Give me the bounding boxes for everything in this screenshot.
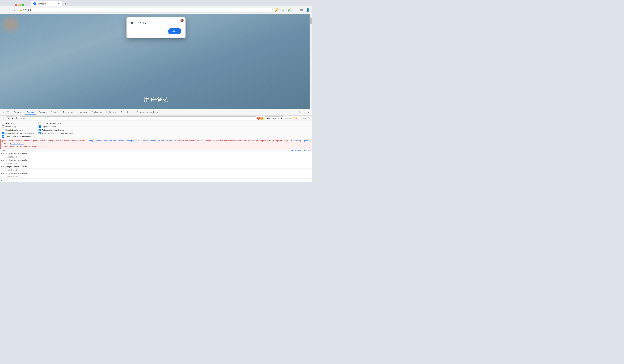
console-output[interactable]: ⊗ Failed to find a valid digest in the '… [0, 139, 312, 182]
tab-network[interactable]: Network [49, 110, 61, 114]
option-hide-network[interactable]: Hide network [2, 122, 35, 124]
sidebar-icon[interactable]: ▦ [299, 7, 304, 13]
browser-menu-icon[interactable]: ⋮ [293, 7, 298, 13]
console-row-4: ► alert(document.cookie); [0, 172, 312, 175]
console-row-3: ► alert(document.cookie); [0, 165, 312, 169]
console-result-4: ← undefined [0, 175, 312, 179]
console-icon[interactable]: ☰ [6, 110, 10, 114]
preserve-log-checkbox[interactable] [2, 126, 4, 128]
error-location-link[interactable]: 127.0.0.1/:1 [10, 143, 24, 145]
issues-label: 5 Issues: [285, 117, 292, 119]
option-selected-context[interactable]: Selected context only [2, 129, 35, 131]
option-treat-code-eval[interactable]: Treat code evaluation as user action [39, 132, 73, 134]
tab-title: 用户登录 [37, 2, 47, 5]
devtools-more-icon[interactable]: ⋮ [302, 110, 306, 114]
root-location[interactable]: record-api.js:169 [290, 149, 311, 152]
console-row-2: ► alert(document.cookie); [0, 159, 312, 162]
console-toolbar: ⊘ top 👁 1 5 Default levels ▼ 5 Issues: [0, 116, 312, 121]
show-cors-checkbox[interactable] [2, 135, 4, 138]
error-file-location[interactable]: record-api.js:169 [290, 139, 311, 142]
error-blocked-text: The resource has been blocked. [4, 146, 39, 148]
root-text: root [1, 149, 6, 152]
console-settings-icon[interactable]: ⚙ [307, 116, 311, 120]
alert-ok-button[interactable]: 确定 [168, 28, 181, 34]
tab-elements[interactable]: Elements [11, 110, 24, 114]
prompt-2: ► [1, 159, 3, 161]
tab-application[interactable]: Application [90, 110, 104, 114]
console-root-row: root record-api.js:169 [0, 149, 312, 152]
console-prompt-icon: ► [1, 179, 3, 181]
devtools-close-icon[interactable]: × [307, 110, 311, 114]
tab-performance-insights[interactable]: Performance insights ✦ [134, 110, 160, 114]
code-2: alert(document.cookie); [3, 159, 30, 161]
traffic-lights [15, 4, 24, 6]
tab-favicon: 用 [33, 2, 36, 5]
option-eager-eval[interactable]: Eager evaluation [39, 126, 73, 128]
bookmark-icon[interactable]: ☆ [280, 7, 286, 13]
warning-count-badge: 5 [260, 117, 263, 120]
error-link[interactable]: https://cdn.jsdelivr.net/npm/bootstrap@4… [89, 140, 176, 142]
console-context-select[interactable]: top [6, 116, 14, 120]
option-preserve-log[interactable]: Preserve log [2, 126, 35, 128]
console-result-2: ← undefined [0, 162, 312, 165]
tab-close-button[interactable]: × [57, 2, 60, 5]
hide-network-checkbox[interactable] [2, 122, 4, 124]
console-clear-icon[interactable]: ⊘ [1, 116, 5, 120]
option-autocomplete[interactable]: Autocomplete from history [39, 129, 73, 131]
console-input[interactable] [3, 179, 311, 181]
result-2: ← undefined [1, 163, 17, 165]
maximize-button[interactable] [22, 4, 24, 6]
extensions-icon[interactable]: 🧩 [286, 7, 292, 13]
result-3: ← undefined [1, 169, 17, 171]
browser-toolbar: ← → ↻ 🔒 127.0.0.1 🔑 ☆ 🧩 ⋮ ▦ 👤 [0, 6, 312, 14]
url-text: 127.0.0.1 [23, 9, 33, 11]
devtools-panel: ⊡ ☰ Elements Console Sources Network Per… [0, 109, 312, 182]
browser-window: 用 用户登录 × + ⌄ ← → ↻ 🔒 127.0.0.1 🔑 ☆ 🧩 ⋮ ▦… [0, 0, 312, 182]
error-text-prefix: Failed to find a valid digest in the 'in… [4, 140, 88, 142]
tab-performance[interactable]: Performance [61, 110, 77, 114]
code-3: alert(document.cookie); [3, 166, 30, 168]
active-tab[interactable]: 用 用户登录 × [31, 1, 62, 6]
code-1: alert(document.cookie); [3, 153, 30, 155]
console-input-row[interactable]: ► [0, 179, 312, 182]
tab-lighthouse[interactable]: Lighthouse [104, 110, 119, 114]
console-filter-input[interactable] [20, 116, 256, 120]
tab-memory[interactable]: Memory [78, 110, 89, 114]
prompt-3: ► [1, 166, 3, 168]
option-log-xhr[interactable]: Log XMLHttpRequests [39, 122, 73, 124]
inspect-element-icon[interactable]: ⊡ [1, 110, 5, 114]
profile-icon[interactable]: 👤 [305, 7, 311, 13]
code-4: alert(document.cookie); [3, 172, 30, 175]
close-button[interactable] [15, 4, 18, 6]
minimize-button[interactable] [19, 4, 21, 6]
console-error-row: ⊗ Failed to find a valid digest in the '… [0, 139, 312, 149]
address-bar[interactable]: 🔒 127.0.0.1 [17, 8, 273, 12]
option-group-similar[interactable]: Group similar messages in console [2, 132, 35, 134]
console-levels-select[interactable]: Default levels ▼ [264, 116, 283, 120]
back-button[interactable]: ← [1, 8, 6, 12]
treat-code-eval-checkbox[interactable] [39, 132, 41, 134]
prompt-4: ► [1, 172, 3, 175]
tab-console[interactable]: Console [25, 110, 36, 114]
console-eye-icon[interactable]: 👁 [15, 116, 19, 120]
eager-eval-checkbox[interactable] [39, 126, 41, 128]
tab-bar: 用 用户登录 × + ⌄ [0, 0, 312, 6]
console-row-1: ► alert(document.cookie); [0, 152, 312, 156]
tab-sources[interactable]: Sources [37, 110, 49, 114]
autocomplete-checkbox[interactable] [39, 129, 41, 131]
group-similar-checkbox[interactable] [2, 132, 4, 134]
devtools-settings-icon[interactable]: ⚙ [298, 110, 302, 114]
navigation-buttons: ← → ↻ [1, 8, 17, 12]
devtools-icon-group: ⊡ ☰ [1, 110, 10, 114]
alert-mute-icon[interactable]: 🔇 [180, 19, 184, 22]
error-count-badge: 1 [257, 117, 260, 120]
forward-button[interactable]: → [7, 8, 11, 12]
reload-button[interactable]: ↻ [12, 8, 17, 12]
log-xhr-checkbox[interactable] [39, 122, 41, 124]
option-show-cors[interactable]: Show CORS errors in console [2, 135, 35, 138]
password-manager-icon[interactable]: 🔑 [274, 7, 279, 13]
selected-context-checkbox[interactable] [2, 129, 4, 131]
new-tab-button[interactable]: + [63, 1, 68, 6]
tab-menu-button[interactable]: ⌄ [291, 1, 297, 6]
tab-recorder[interactable]: Recorder ✦ [119, 110, 134, 114]
